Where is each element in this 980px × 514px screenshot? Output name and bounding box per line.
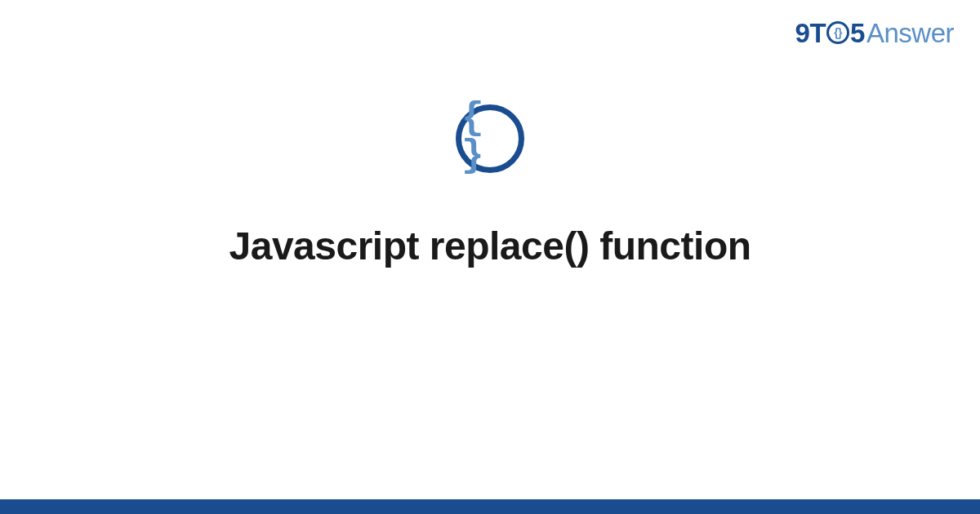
page-title: Javascript replace() function — [229, 224, 751, 268]
site-logo: 9T {} 5 Answer — [795, 18, 954, 49]
logo-text-9t: 9T — [795, 18, 826, 49]
topic-icon-circle: { } — [456, 104, 524, 173]
logo-text-answer: Answer — [866, 18, 954, 49]
logo-o-badge: {} — [826, 21, 849, 44]
logo-text-5: 5 — [850, 18, 865, 49]
code-braces-icon: { } — [461, 100, 519, 175]
footer-bar — [0, 499, 980, 514]
main-content: { } Javascript replace() function — [0, 104, 980, 268]
